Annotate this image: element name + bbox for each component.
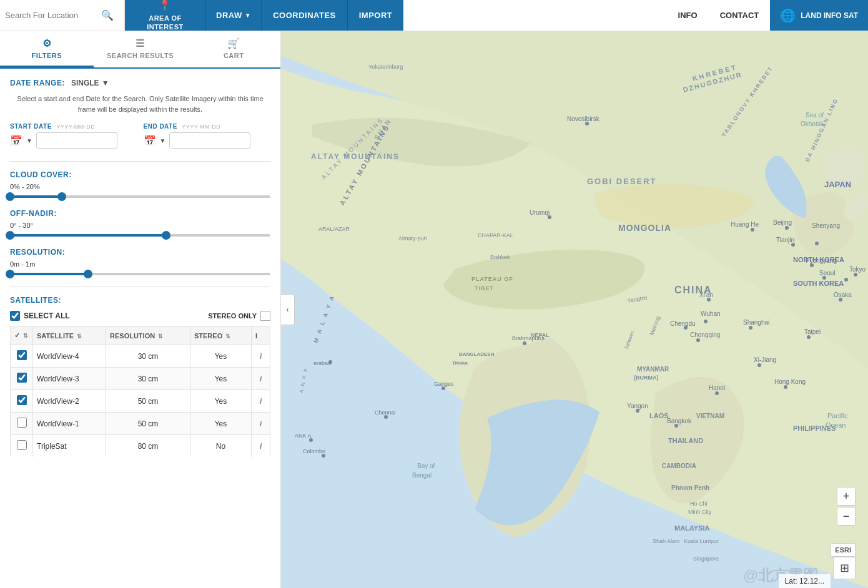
area-of-interest-button[interactable]: 📍 AREA OF INTEREST xyxy=(125,0,206,31)
info-button[interactable]: INFO xyxy=(667,11,709,20)
satellite-info-btn-2[interactable]: i xyxy=(260,396,262,406)
svg-point-63 xyxy=(807,335,811,339)
svg-text:Taipei: Taipei xyxy=(804,328,821,335)
svg-text:Almaty-pun: Almaty-pun xyxy=(398,235,427,242)
col-resolution[interactable]: RESOLUTION ⇅ xyxy=(106,326,190,345)
resolution-sort-icon: ⇅ xyxy=(158,333,163,340)
tabs-bar: ⚙ FILTERS ☰ SEARCH RESULTS 🛒 CART xyxy=(0,31,280,69)
off-nadir-value: 0° - 30° xyxy=(10,222,270,229)
map-svg[interactable]: ALTAY MOUNTAINS ALTAY MOUNTAINS ALTAY MO… xyxy=(281,31,868,588)
stereo-only-row: STEREO ONLY xyxy=(208,311,270,321)
tab-filters[interactable]: ⚙ FILTERS xyxy=(0,31,94,67)
date-range-dropdown[interactable]: SINGLE ▼ xyxy=(71,79,109,87)
svg-text:Tianjin: Tianjin xyxy=(776,237,794,243)
end-date-col: END DATE YYYY-MM-DD 📅 ▼ 2021-02-20 xyxy=(144,123,271,149)
area-of-interest-label: AREA OF INTEREST xyxy=(147,14,183,32)
satellite-info-btn-0[interactable]: i xyxy=(260,351,262,361)
start-calendar-icon[interactable]: 📅 xyxy=(10,135,22,147)
search-button[interactable]: 🔍 xyxy=(99,7,116,24)
satellite-sort-icon: ⇅ xyxy=(77,333,82,340)
start-date-col: START DATE YYYY-MM-DD 📅 ▼ 2020-01-01 xyxy=(10,123,137,149)
svg-text:TIBET: TIBET xyxy=(475,285,494,292)
satellite-checkbox-4[interactable] xyxy=(17,440,27,450)
coordinates-button[interactable]: COORDINATES xyxy=(262,0,348,31)
chevron-left-icon: ‹ xyxy=(287,305,289,314)
panel-content: DATE RANGE: SINGLE ▼ Select a start and … xyxy=(0,69,280,588)
table-row: TripleSat 80 cm No i xyxy=(11,435,270,458)
satellite-info-btn-4[interactable]: i xyxy=(260,441,262,451)
satellites-label: SATELLITES: xyxy=(10,296,61,305)
end-calendar-icon[interactable]: 📅 xyxy=(144,135,156,147)
off-nadir-thumb-min[interactable] xyxy=(6,231,14,240)
svg-text:Ganges: Ganges xyxy=(434,381,454,387)
table-row: WorldView-3 30 cm Yes i xyxy=(11,368,270,390)
check-icon: ✓ xyxy=(14,331,20,339)
import-button[interactable]: IMPORT xyxy=(348,0,404,31)
satellite-checkbox-1[interactable] xyxy=(17,373,27,383)
svg-text:Dhaka: Dhaka xyxy=(453,360,468,366)
start-date-input[interactable]: 2020-01-01 xyxy=(36,132,117,149)
search-input[interactable] xyxy=(5,11,99,20)
stereo-only-label: STEREO ONLY xyxy=(208,312,257,320)
contact-button[interactable]: CONTACT xyxy=(709,11,771,20)
satellite-name-1: WorldView-3 xyxy=(33,368,106,390)
svg-text:Osaka: Osaka xyxy=(834,292,852,298)
svg-text:MALAYSIA: MALAYSIA xyxy=(674,524,709,532)
off-nadir-track[interactable] xyxy=(10,234,270,237)
start-date-arrow-icon: ▼ xyxy=(26,137,32,144)
map-background[interactable]: ALTAY MOUNTAINS ALTAY MOUNTAINS ALTAY MO… xyxy=(281,31,868,588)
zoom-in-button[interactable]: + xyxy=(837,487,856,506)
svg-text:PLATEAU OF: PLATEAU OF xyxy=(471,276,513,282)
cloud-cover-thumb-max[interactable] xyxy=(57,192,66,201)
satellite-checkbox-3[interactable] xyxy=(17,418,27,428)
off-nadir-thumb-max[interactable] xyxy=(162,231,170,240)
satellite-resolution-2: 50 cm xyxy=(106,390,190,413)
check-sort-icon: ⇅ xyxy=(23,333,28,339)
person-pin-icon: 📍 xyxy=(159,0,172,12)
cloud-cover-track[interactable] xyxy=(10,195,270,198)
col-check[interactable]: ✓ ⇅ xyxy=(11,326,33,345)
cloud-cover-label: CLOUD COVER: xyxy=(10,170,270,179)
cart-icon: 🛒 xyxy=(227,37,240,49)
date-range-arrow-icon: ▼ xyxy=(102,79,109,87)
land-info-sat-button[interactable]: 🌐 LAND INFO SAT xyxy=(770,0,868,31)
col-satellite[interactable]: SATELLITE ⇅ xyxy=(33,326,106,345)
zoom-out-button[interactable]: − xyxy=(837,507,856,526)
draw-button[interactable]: DRAW ▼ xyxy=(206,0,262,31)
tab-cart[interactable]: 🛒 CART xyxy=(187,31,280,67)
satellite-table-body: WorldView-4 30 cm Yes i WorldView-3 30 c… xyxy=(11,345,270,458)
svg-point-49 xyxy=(854,273,857,277)
tab-filters-label: FILTERS xyxy=(32,52,62,59)
svg-text:Singapore: Singapore xyxy=(693,556,719,562)
resolution-value: 0m - 1m xyxy=(10,260,270,268)
satellite-checkbox-0[interactable] xyxy=(17,350,27,360)
map-area[interactable]: ALTAY MOUNTAINS ALTAY MOUNTAINS ALTAY MO… xyxy=(281,31,868,588)
satellite-info-btn-1[interactable]: i xyxy=(260,374,262,383)
select-all-label: SELECT ALL xyxy=(24,311,70,320)
svg-text:Shah Alam: Shah Alam xyxy=(653,538,680,544)
layers-button[interactable]: ⊞ xyxy=(833,557,856,579)
tab-search-results[interactable]: ☰ SEARCH RESULTS xyxy=(94,31,187,67)
svg-text:Shanghai: Shanghai xyxy=(743,319,769,326)
resolution-thumb-min[interactable] xyxy=(6,270,14,278)
zoom-controls: + − xyxy=(837,487,856,526)
resolution-thumb-max[interactable] xyxy=(84,270,92,278)
satellite-checkbox-2[interactable] xyxy=(17,395,27,405)
svg-text:(BURMA): (BURMA) xyxy=(634,375,659,381)
panel-collapse-button[interactable]: ‹ xyxy=(281,294,295,325)
resolution-track[interactable] xyxy=(10,273,270,275)
svg-text:Seoul: Seoul xyxy=(819,270,836,277)
svg-text:LAOS: LAOS xyxy=(649,412,669,419)
stereo-only-checkbox[interactable] xyxy=(260,311,270,321)
globe-icon: 🌐 xyxy=(780,8,796,23)
satellite-info-btn-3[interactable]: i xyxy=(260,419,262,428)
svg-text:Chengdu: Chengdu xyxy=(670,320,696,327)
col-stereo[interactable]: STEREO ⇅ xyxy=(190,326,251,345)
end-date-input[interactable]: 2021-02-20 xyxy=(169,132,250,149)
select-all-checkbox[interactable] xyxy=(10,311,20,321)
svg-point-36 xyxy=(751,228,754,232)
svg-point-59 xyxy=(696,338,700,342)
cloud-cover-thumb-min[interactable] xyxy=(6,192,14,201)
svg-text:Phnom Penh: Phnom Penh xyxy=(671,484,709,491)
satellite-name-0: WorldView-4 xyxy=(33,345,106,368)
